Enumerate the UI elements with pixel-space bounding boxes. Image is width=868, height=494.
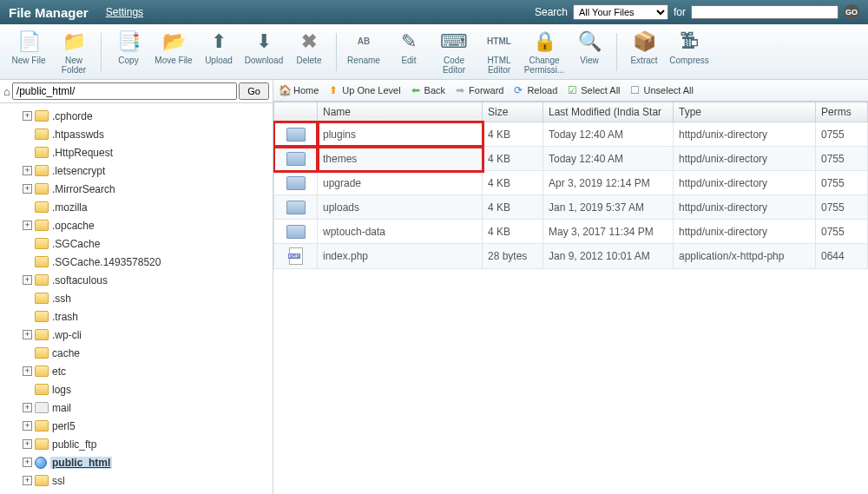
cell-name: wptouch-data — [318, 220, 483, 244]
nav-up[interactable]: ⬆Up One Level — [327, 84, 400, 96]
tree-item-mozilla[interactable]: .mozilla — [0, 198, 273, 216]
table-row[interactable]: wptouch-data4 KBMay 3, 2017 11:34 PMhttp… — [274, 220, 868, 244]
nav-home[interactable]: 🏠Home — [279, 84, 319, 96]
tree-item-ssl[interactable]: +ssl — [0, 471, 273, 490]
expander-icon[interactable]: + — [23, 439, 32, 449]
download-button[interactable]: ⬇Download — [242, 27, 286, 77]
tree-item-etc[interactable]: +etc — [0, 362, 273, 380]
expander-icon[interactable]: + — [23, 421, 32, 431]
col-icon[interactable] — [274, 102, 318, 122]
settings-link[interactable]: Settings — [106, 6, 143, 18]
cell-type: httpd/unix-directory — [674, 171, 816, 195]
table-row[interactable]: index.php28 bytesJan 9, 2012 10:01 AMapp… — [274, 244, 868, 269]
rename-button[interactable]: ABRename — [342, 27, 385, 77]
tree-item-trash[interactable]: .trash — [0, 307, 273, 326]
folder-icon — [35, 311, 49, 322]
col-lastmodifiedindiastar[interactable]: Last Modified (India Star — [543, 102, 674, 122]
change-perms-icon: 🔒 — [532, 30, 556, 54]
move-file-label: Move File — [155, 56, 192, 65]
cell-perms: 0755 — [816, 195, 868, 220]
table-row[interactable]: plugins4 KBToday 12:40 AMhttpd/unix-dire… — [274, 122, 868, 147]
compress-button[interactable]: 🗜Compress — [667, 27, 711, 77]
tree-item-ssh[interactable]: .ssh — [0, 289, 273, 307]
change-perms-button[interactable]: 🔒Change Permissi... — [523, 27, 566, 77]
expander-icon[interactable]: + — [23, 275, 32, 285]
tree-item-letsencrypt[interactable]: +.letsencrypt — [0, 161, 273, 180]
folder-icon — [286, 176, 306, 190]
folder-icon — [286, 225, 306, 239]
nav-back[interactable]: ⬅Back — [410, 84, 445, 96]
nav-select-all[interactable]: ☑Select All — [566, 84, 620, 96]
tree-item-MirrorSearch[interactable]: +.MirrorSearch — [0, 180, 273, 198]
file-table: NameSizeLast Modified (India StarTypePer… — [273, 102, 868, 269]
search-scope-select[interactable]: All Your Files — [573, 4, 668, 20]
expander-icon[interactable]: + — [23, 366, 32, 376]
compress-icon: 🗜 — [677, 30, 701, 54]
copy-label: Copy — [118, 56, 138, 65]
folder-icon — [35, 347, 49, 359]
code-editor-button[interactable]: ⌨Code Editor — [432, 27, 476, 77]
tree-item-htpasswds[interactable]: .htpasswds — [0, 125, 273, 143]
cell-name: themes — [318, 147, 483, 171]
search-input[interactable] — [691, 5, 838, 19]
path-input[interactable] — [12, 82, 237, 100]
tree-item-public_html[interactable]: +public_html — [0, 453, 273, 471]
tree-label: .htpasswds — [52, 128, 104, 141]
expander-icon[interactable]: + — [23, 403, 32, 412]
html-editor-button[interactable]: HTMLHTML Editor — [477, 27, 521, 77]
tree-item-cache[interactable]: cache — [0, 344, 273, 362]
tree-item-softaculous[interactable]: +.softaculous — [0, 271, 273, 289]
delete-label: Delete — [297, 56, 322, 65]
tree-label: .cphorde — [52, 110, 93, 122]
edit-button[interactable]: ✎Edit — [387, 27, 431, 77]
table-row[interactable]: uploads4 KBJan 1, 2019 5:37 AMhttpd/unix… — [274, 195, 868, 220]
new-folder-button[interactable]: 📁New Folder — [52, 27, 95, 77]
table-row[interactable]: themes4 KBToday 12:40 AMhttpd/unix-direc… — [274, 147, 868, 171]
path-go-button[interactable]: Go — [239, 82, 269, 100]
tree-item-public_ftp[interactable]: +public_ftp — [0, 435, 273, 453]
tree-item-opcache[interactable]: +.opcache — [0, 216, 273, 234]
move-file-button[interactable]: 📂Move File — [152, 27, 195, 77]
cell-type: httpd/unix-directory — [674, 147, 816, 171]
table-row[interactable]: upgrade4 KBApr 3, 2019 12:14 PMhttpd/uni… — [274, 171, 868, 195]
col-size[interactable]: Size — [483, 102, 543, 122]
nav-unselect-all[interactable]: ☐Unselect All — [629, 84, 694, 96]
tree-item-SGCache[interactable]: .SGCache — [0, 234, 273, 253]
expander-icon[interactable]: + — [23, 221, 32, 230]
expander-icon[interactable]: + — [23, 166, 32, 175]
folder-icon — [35, 274, 49, 286]
tree-item-HttpRequest[interactable]: .HttpRequest — [0, 143, 273, 161]
tree-item-mail[interactable]: +mail — [0, 398, 273, 417]
cell-mod: Today 12:40 AM — [543, 147, 674, 171]
expander-icon[interactable]: + — [23, 476, 32, 485]
folder-icon — [35, 438, 49, 450]
copy-button[interactable]: 📑Copy — [107, 27, 150, 77]
tree-item-SGCache1493578520[interactable]: .SGCache.1493578520 — [0, 253, 273, 271]
delete-button[interactable]: ✖Delete — [287, 27, 331, 77]
col-perms[interactable]: Perms — [816, 102, 868, 122]
content-pane: 🏠Home⬆Up One Level⬅Back➡Forward⟳Reload☑S… — [273, 80, 868, 494]
tree-item-logs[interactable]: logs — [0, 380, 273, 398]
home-icon[interactable]: ⌂ — [3, 85, 10, 98]
tree-item-perl5[interactable]: +perl5 — [0, 417, 273, 435]
expander-icon[interactable]: + — [23, 458, 32, 467]
col-name[interactable]: Name — [318, 102, 483, 122]
tree-item-wp-cli[interactable]: +.wp-cli — [0, 326, 273, 344]
nav-forward[interactable]: ➡Forward — [454, 84, 503, 96]
extract-button[interactable]: 📦Extract — [622, 27, 666, 77]
nav-reload[interactable]: ⟳Reload — [512, 84, 557, 96]
new-file-icon: 📄 — [16, 30, 41, 54]
go-button[interactable]: GO — [844, 4, 859, 20]
view-button[interactable]: 🔍View — [568, 27, 611, 77]
expander-icon[interactable]: + — [23, 330, 32, 339]
tree-item-cphorde[interactable]: +.cphorde — [0, 107, 273, 125]
upload-button[interactable]: ⬆Upload — [197, 27, 240, 77]
expander-icon[interactable]: + — [23, 111, 32, 121]
new-file-button[interactable]: 📄New File — [7, 27, 50, 77]
expander-icon[interactable]: + — [23, 184, 32, 194]
col-type[interactable]: Type — [674, 102, 816, 122]
copy-icon: 📑 — [116, 30, 141, 54]
php-icon — [289, 247, 303, 265]
cell-mod: Jan 1, 2019 5:37 AM — [543, 195, 674, 220]
html-editor-label: HTML Editor — [479, 56, 519, 75]
